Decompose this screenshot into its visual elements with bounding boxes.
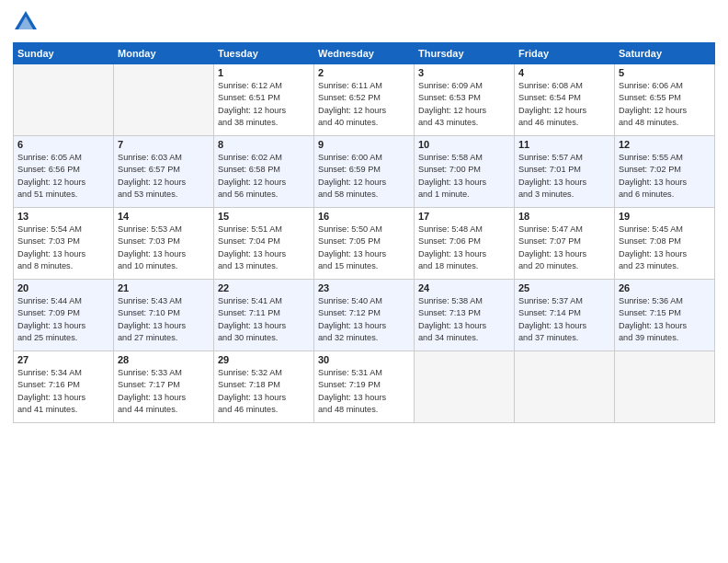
- day-number: 24: [418, 282, 510, 293]
- day-info: Sunrise: 5:43 AM Sunset: 7:10 PM Dayligh…: [118, 295, 210, 344]
- day-number: 20: [17, 282, 109, 293]
- day-cell: 26Sunrise: 5:36 AM Sunset: 7:15 PM Dayli…: [615, 280, 715, 351]
- day-info: Sunrise: 5:53 AM Sunset: 7:03 PM Dayligh…: [118, 224, 210, 272]
- day-info: Sunrise: 5:55 AM Sunset: 7:02 PM Dayligh…: [619, 152, 711, 201]
- day-info: Sunrise: 5:32 AM Sunset: 7:18 PM Dayligh…: [218, 367, 310, 416]
- col-header-wednesday: Wednesday: [314, 43, 415, 64]
- day-cell: [14, 64, 114, 136]
- day-info: Sunrise: 5:40 AM Sunset: 7:12 PM Dayligh…: [318, 295, 410, 344]
- col-header-tuesday: Tuesday: [214, 43, 314, 64]
- day-number: 11: [518, 139, 610, 150]
- day-cell: 29Sunrise: 5:32 AM Sunset: 7:18 PM Dayli…: [214, 351, 314, 423]
- logo: [13, 9, 40, 35]
- day-cell: 2Sunrise: 6:11 AM Sunset: 6:52 PM Daylig…: [314, 64, 415, 136]
- day-info: Sunrise: 6:12 AM Sunset: 6:51 PM Dayligh…: [218, 80, 310, 129]
- day-cell: 1Sunrise: 6:12 AM Sunset: 6:51 PM Daylig…: [214, 64, 314, 136]
- day-info: Sunrise: 5:58 AM Sunset: 7:00 PM Dayligh…: [418, 152, 510, 201]
- day-cell: 3Sunrise: 6:09 AM Sunset: 6:53 PM Daylig…: [415, 64, 515, 136]
- day-cell: 18Sunrise: 5:47 AM Sunset: 7:07 PM Dayli…: [515, 208, 615, 280]
- day-info: Sunrise: 5:38 AM Sunset: 7:13 PM Dayligh…: [418, 295, 510, 344]
- day-info: Sunrise: 6:03 AM Sunset: 6:57 PM Dayligh…: [118, 152, 210, 201]
- day-info: Sunrise: 5:54 AM Sunset: 7:03 PM Dayligh…: [17, 224, 109, 272]
- day-number: 27: [17, 354, 109, 365]
- day-cell: 6Sunrise: 6:05 AM Sunset: 6:56 PM Daylig…: [14, 136, 114, 208]
- day-info: Sunrise: 5:44 AM Sunset: 7:09 PM Dayligh…: [17, 295, 109, 344]
- day-info: Sunrise: 5:37 AM Sunset: 7:14 PM Dayligh…: [518, 295, 610, 344]
- day-info: Sunrise: 5:45 AM Sunset: 7:08 PM Dayligh…: [619, 224, 711, 272]
- day-number: 6: [17, 139, 109, 150]
- day-cell: 8Sunrise: 6:02 AM Sunset: 6:58 PM Daylig…: [214, 136, 314, 208]
- day-cell: 17Sunrise: 5:48 AM Sunset: 7:06 PM Dayli…: [415, 208, 515, 280]
- day-number: 10: [418, 139, 510, 150]
- day-cell: 24Sunrise: 5:38 AM Sunset: 7:13 PM Dayli…: [415, 280, 515, 351]
- day-info: Sunrise: 5:50 AM Sunset: 7:05 PM Dayligh…: [318, 224, 410, 272]
- day-number: 25: [518, 282, 610, 293]
- day-cell: [114, 64, 214, 136]
- day-number: 1: [218, 67, 310, 78]
- col-header-thursday: Thursday: [415, 43, 515, 64]
- day-number: 2: [318, 67, 410, 78]
- day-info: Sunrise: 5:33 AM Sunset: 7:17 PM Dayligh…: [118, 367, 210, 416]
- day-info: Sunrise: 5:51 AM Sunset: 7:04 PM Dayligh…: [218, 224, 310, 272]
- day-number: 19: [619, 211, 711, 222]
- day-cell: 21Sunrise: 5:43 AM Sunset: 7:10 PM Dayli…: [114, 280, 214, 351]
- day-info: Sunrise: 6:06 AM Sunset: 6:55 PM Dayligh…: [619, 80, 711, 129]
- day-cell: 23Sunrise: 5:40 AM Sunset: 7:12 PM Dayli…: [314, 280, 415, 351]
- day-number: 5: [619, 67, 711, 78]
- day-info: Sunrise: 6:09 AM Sunset: 6:53 PM Dayligh…: [418, 80, 510, 129]
- day-number: 7: [118, 139, 210, 150]
- day-number: 30: [318, 354, 410, 365]
- day-cell: 9Sunrise: 6:00 AM Sunset: 6:59 PM Daylig…: [314, 136, 415, 208]
- page-container: SundayMondayTuesdayWednesdayThursdayFrid…: [0, 0, 728, 432]
- day-info: Sunrise: 6:05 AM Sunset: 6:56 PM Dayligh…: [17, 152, 109, 201]
- day-cell: 5Sunrise: 6:06 AM Sunset: 6:55 PM Daylig…: [615, 64, 715, 136]
- day-info: Sunrise: 6:02 AM Sunset: 6:58 PM Dayligh…: [218, 152, 310, 201]
- day-number: 21: [118, 282, 210, 293]
- header-row: SundayMondayTuesdayWednesdayThursdayFrid…: [14, 43, 715, 64]
- day-cell: 7Sunrise: 6:03 AM Sunset: 6:57 PM Daylig…: [114, 136, 214, 208]
- day-info: Sunrise: 5:41 AM Sunset: 7:11 PM Dayligh…: [218, 295, 310, 344]
- day-cell: 12Sunrise: 5:55 AM Sunset: 7:02 PM Dayli…: [615, 136, 715, 208]
- col-header-saturday: Saturday: [615, 43, 715, 64]
- day-info: Sunrise: 6:00 AM Sunset: 6:59 PM Dayligh…: [318, 152, 410, 201]
- day-info: Sunrise: 5:31 AM Sunset: 7:19 PM Dayligh…: [318, 367, 410, 416]
- day-cell: 14Sunrise: 5:53 AM Sunset: 7:03 PM Dayli…: [114, 208, 214, 280]
- day-cell: 22Sunrise: 5:41 AM Sunset: 7:11 PM Dayli…: [214, 280, 314, 351]
- day-number: 3: [418, 67, 510, 78]
- day-info: Sunrise: 5:36 AM Sunset: 7:15 PM Dayligh…: [619, 295, 711, 344]
- week-row-4: 20Sunrise: 5:44 AM Sunset: 7:09 PM Dayli…: [14, 280, 715, 351]
- day-info: Sunrise: 5:47 AM Sunset: 7:07 PM Dayligh…: [518, 224, 610, 272]
- col-header-sunday: Sunday: [14, 43, 114, 64]
- day-number: 13: [17, 211, 109, 222]
- day-number: 26: [619, 282, 711, 293]
- calendar-table: SundayMondayTuesdayWednesdayThursdayFrid…: [13, 42, 715, 423]
- col-header-monday: Monday: [114, 43, 214, 64]
- week-row-3: 13Sunrise: 5:54 AM Sunset: 7:03 PM Dayli…: [14, 208, 715, 280]
- day-cell: [615, 351, 715, 423]
- day-cell: [515, 351, 615, 423]
- day-number: 4: [518, 67, 610, 78]
- day-info: Sunrise: 5:34 AM Sunset: 7:16 PM Dayligh…: [17, 367, 109, 416]
- day-number: 8: [218, 139, 310, 150]
- day-number: 14: [118, 211, 210, 222]
- page-header: [13, 9, 715, 35]
- day-number: 17: [418, 211, 510, 222]
- day-info: Sunrise: 5:57 AM Sunset: 7:01 PM Dayligh…: [518, 152, 610, 201]
- day-info: Sunrise: 6:08 AM Sunset: 6:54 PM Dayligh…: [518, 80, 610, 129]
- day-number: 22: [218, 282, 310, 293]
- day-cell: 30Sunrise: 5:31 AM Sunset: 7:19 PM Dayli…: [314, 351, 415, 423]
- day-number: 16: [318, 211, 410, 222]
- day-cell: 27Sunrise: 5:34 AM Sunset: 7:16 PM Dayli…: [14, 351, 114, 423]
- day-number: 23: [318, 282, 410, 293]
- day-number: 29: [218, 354, 310, 365]
- day-cell: 16Sunrise: 5:50 AM Sunset: 7:05 PM Dayli…: [314, 208, 415, 280]
- day-number: 9: [318, 139, 410, 150]
- day-cell: [415, 351, 515, 423]
- day-cell: 10Sunrise: 5:58 AM Sunset: 7:00 PM Dayli…: [415, 136, 515, 208]
- day-number: 15: [218, 211, 310, 222]
- day-cell: 11Sunrise: 5:57 AM Sunset: 7:01 PM Dayli…: [515, 136, 615, 208]
- day-cell: 4Sunrise: 6:08 AM Sunset: 6:54 PM Daylig…: [515, 64, 615, 136]
- week-row-1: 1Sunrise: 6:12 AM Sunset: 6:51 PM Daylig…: [14, 64, 715, 136]
- day-cell: 19Sunrise: 5:45 AM Sunset: 7:08 PM Dayli…: [615, 208, 715, 280]
- day-info: Sunrise: 6:11 AM Sunset: 6:52 PM Dayligh…: [318, 80, 410, 129]
